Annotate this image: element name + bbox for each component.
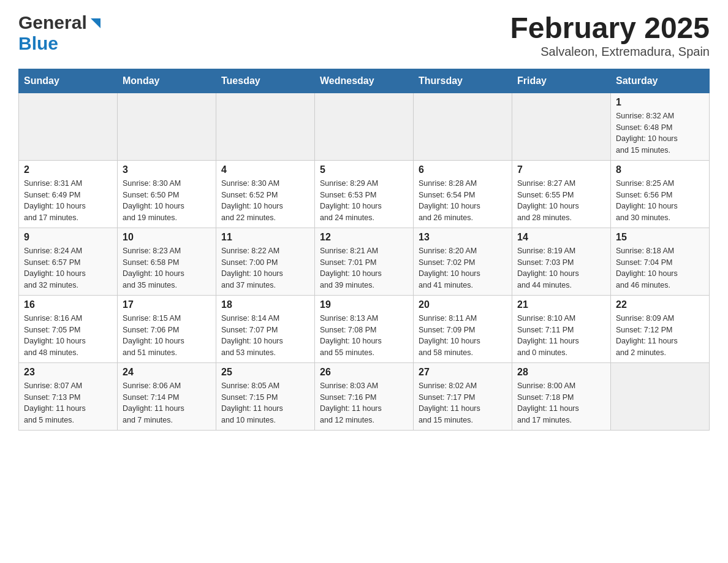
day-header-sunday: Sunday <box>19 69 118 93</box>
calendar-cell: 18Sunrise: 8:14 AM Sunset: 7:07 PM Dayli… <box>216 295 315 362</box>
day-header-friday: Friday <box>512 69 611 93</box>
day-number: 8 <box>616 164 704 175</box>
day-info: Sunrise: 8:07 AM Sunset: 7:13 PM Dayligh… <box>24 380 112 426</box>
day-header-wednesday: Wednesday <box>315 69 414 93</box>
page-subtitle: Salvaleon, Extremadura, Spain <box>510 45 710 59</box>
calendar-cell <box>414 93 512 160</box>
logo-blue-text: Blue <box>18 33 58 53</box>
calendar-cell: 14Sunrise: 8:19 AM Sunset: 7:03 PM Dayli… <box>512 228 611 295</box>
day-number: 21 <box>517 299 605 310</box>
day-number: 5 <box>320 164 408 175</box>
calendar-cell: 26Sunrise: 8:03 AM Sunset: 7:16 PM Dayli… <box>315 362 414 430</box>
calendar-cell: 13Sunrise: 8:20 AM Sunset: 7:02 PM Dayli… <box>414 228 512 295</box>
day-info: Sunrise: 8:29 AM Sunset: 6:53 PM Dayligh… <box>320 178 408 224</box>
day-number: 25 <box>221 367 309 378</box>
day-number: 12 <box>320 232 408 243</box>
day-number: 2 <box>24 164 112 175</box>
day-info: Sunrise: 8:19 AM Sunset: 7:03 PM Dayligh… <box>517 245 605 291</box>
calendar-cell <box>118 93 216 160</box>
svg-marker-0 <box>91 18 100 28</box>
page-header: General Blue February 2025 Salvaleon, Ex… <box>18 12 710 59</box>
calendar-cell: 27Sunrise: 8:02 AM Sunset: 7:17 PM Dayli… <box>414 362 512 430</box>
calendar-cell: 20Sunrise: 8:11 AM Sunset: 7:09 PM Dayli… <box>414 295 512 362</box>
calendar-cell <box>216 93 315 160</box>
calendar-table: SundayMondayTuesdayWednesdayThursdayFrid… <box>18 69 710 431</box>
logo-general-text: General <box>18 12 87 33</box>
logo-triangle-icon <box>88 16 102 29</box>
calendar-cell: 9Sunrise: 8:24 AM Sunset: 6:57 PM Daylig… <box>19 228 118 295</box>
day-number: 20 <box>419 299 507 310</box>
day-info: Sunrise: 8:14 AM Sunset: 7:07 PM Dayligh… <box>221 313 309 359</box>
day-number: 28 <box>517 367 605 378</box>
day-number: 24 <box>123 367 211 378</box>
day-info: Sunrise: 8:16 AM Sunset: 7:05 PM Dayligh… <box>24 313 112 359</box>
calendar-cell: 11Sunrise: 8:22 AM Sunset: 7:00 PM Dayli… <box>216 228 315 295</box>
day-info: Sunrise: 8:23 AM Sunset: 6:58 PM Dayligh… <box>123 245 211 291</box>
day-number: 18 <box>221 299 309 310</box>
day-info: Sunrise: 8:06 AM Sunset: 7:14 PM Dayligh… <box>123 380 211 426</box>
day-info: Sunrise: 8:22 AM Sunset: 7:00 PM Dayligh… <box>221 245 309 291</box>
day-info: Sunrise: 8:13 AM Sunset: 7:08 PM Dayligh… <box>320 313 408 359</box>
day-info: Sunrise: 8:31 AM Sunset: 6:49 PM Dayligh… <box>24 178 112 224</box>
calendar-cell <box>19 93 118 160</box>
day-info: Sunrise: 8:25 AM Sunset: 6:56 PM Dayligh… <box>616 178 704 224</box>
title-area: February 2025 Salvaleon, Extremadura, Sp… <box>510 12 710 59</box>
day-number: 6 <box>419 164 507 175</box>
day-header-monday: Monday <box>118 69 216 93</box>
day-info: Sunrise: 8:32 AM Sunset: 6:48 PM Dayligh… <box>616 110 704 156</box>
calendar-header-row: SundayMondayTuesdayWednesdayThursdayFrid… <box>19 69 710 93</box>
calendar-week-row: 23Sunrise: 8:07 AM Sunset: 7:13 PM Dayli… <box>19 362 710 430</box>
day-info: Sunrise: 8:30 AM Sunset: 6:52 PM Dayligh… <box>221 178 309 224</box>
calendar-cell: 25Sunrise: 8:05 AM Sunset: 7:15 PM Dayli… <box>216 362 315 430</box>
calendar-cell: 12Sunrise: 8:21 AM Sunset: 7:01 PM Dayli… <box>315 228 414 295</box>
calendar-cell: 1Sunrise: 8:32 AM Sunset: 6:48 PM Daylig… <box>611 93 710 160</box>
calendar-cell: 23Sunrise: 8:07 AM Sunset: 7:13 PM Dayli… <box>19 362 118 430</box>
calendar-cell: 15Sunrise: 8:18 AM Sunset: 7:04 PM Dayli… <box>611 228 710 295</box>
calendar-week-row: 2Sunrise: 8:31 AM Sunset: 6:49 PM Daylig… <box>19 160 710 228</box>
calendar-cell <box>512 93 611 160</box>
calendar-cell: 7Sunrise: 8:27 AM Sunset: 6:55 PM Daylig… <box>512 160 611 228</box>
calendar-week-row: 16Sunrise: 8:16 AM Sunset: 7:05 PM Dayli… <box>19 295 710 362</box>
day-number: 19 <box>320 299 408 310</box>
day-info: Sunrise: 8:18 AM Sunset: 7:04 PM Dayligh… <box>616 245 704 291</box>
day-header-thursday: Thursday <box>414 69 512 93</box>
calendar-cell: 24Sunrise: 8:06 AM Sunset: 7:14 PM Dayli… <box>118 362 216 430</box>
day-info: Sunrise: 8:05 AM Sunset: 7:15 PM Dayligh… <box>221 380 309 426</box>
day-info: Sunrise: 8:09 AM Sunset: 7:12 PM Dayligh… <box>616 313 704 359</box>
calendar-cell: 2Sunrise: 8:31 AM Sunset: 6:49 PM Daylig… <box>19 160 118 228</box>
calendar-cell <box>611 362 710 430</box>
calendar-cell: 22Sunrise: 8:09 AM Sunset: 7:12 PM Dayli… <box>611 295 710 362</box>
day-number: 16 <box>24 299 112 310</box>
day-info: Sunrise: 8:20 AM Sunset: 7:02 PM Dayligh… <box>419 245 507 291</box>
day-info: Sunrise: 8:30 AM Sunset: 6:50 PM Dayligh… <box>123 178 211 224</box>
calendar-cell: 10Sunrise: 8:23 AM Sunset: 6:58 PM Dayli… <box>118 228 216 295</box>
day-number: 23 <box>24 367 112 378</box>
day-number: 13 <box>419 232 507 243</box>
day-info: Sunrise: 8:10 AM Sunset: 7:11 PM Dayligh… <box>517 313 605 359</box>
day-number: 14 <box>517 232 605 243</box>
calendar-week-row: 9Sunrise: 8:24 AM Sunset: 6:57 PM Daylig… <box>19 228 710 295</box>
day-info: Sunrise: 8:28 AM Sunset: 6:54 PM Dayligh… <box>419 178 507 224</box>
logo: General Blue <box>18 12 102 54</box>
day-info: Sunrise: 8:00 AM Sunset: 7:18 PM Dayligh… <box>517 380 605 426</box>
calendar-cell: 5Sunrise: 8:29 AM Sunset: 6:53 PM Daylig… <box>315 160 414 228</box>
day-header-saturday: Saturday <box>611 69 710 93</box>
day-number: 9 <box>24 232 112 243</box>
day-number: 26 <box>320 367 408 378</box>
day-number: 22 <box>616 299 704 310</box>
page-title: February 2025 <box>510 12 710 45</box>
day-number: 27 <box>419 367 507 378</box>
day-number: 17 <box>123 299 211 310</box>
calendar-cell: 17Sunrise: 8:15 AM Sunset: 7:06 PM Dayli… <box>118 295 216 362</box>
day-number: 3 <box>123 164 211 175</box>
day-info: Sunrise: 8:15 AM Sunset: 7:06 PM Dayligh… <box>123 313 211 359</box>
calendar-cell: 16Sunrise: 8:16 AM Sunset: 7:05 PM Dayli… <box>19 295 118 362</box>
day-info: Sunrise: 8:27 AM Sunset: 6:55 PM Dayligh… <box>517 178 605 224</box>
day-info: Sunrise: 8:11 AM Sunset: 7:09 PM Dayligh… <box>419 313 507 359</box>
calendar-cell: 19Sunrise: 8:13 AM Sunset: 7:08 PM Dayli… <box>315 295 414 362</box>
day-number: 1 <box>616 97 704 108</box>
day-number: 7 <box>517 164 605 175</box>
calendar-cell: 6Sunrise: 8:28 AM Sunset: 6:54 PM Daylig… <box>414 160 512 228</box>
calendar-cell: 4Sunrise: 8:30 AM Sunset: 6:52 PM Daylig… <box>216 160 315 228</box>
calendar-cell: 28Sunrise: 8:00 AM Sunset: 7:18 PM Dayli… <box>512 362 611 430</box>
